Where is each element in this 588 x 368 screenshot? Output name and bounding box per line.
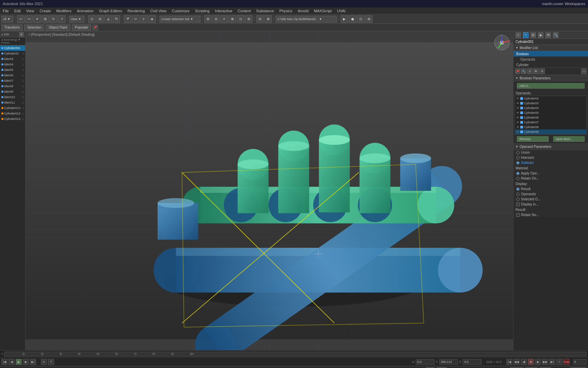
toolbar-place-highlight[interactable]: ◈ (148, 15, 156, 23)
menu-modifiers[interactable]: Modifiers (53, 7, 74, 14)
toolbar-redo[interactable]: ↪ (25, 15, 33, 23)
toolbar-angle-snap[interactable]: ∡ (104, 15, 112, 23)
btn-auto-key[interactable]: Auto (564, 359, 570, 365)
op-eye-4[interactable]: 👁 (517, 116, 519, 119)
scene-item-9[interactable]: iider010 □ (0, 94, 25, 100)
operand-3[interactable]: 👁 Cylinder05 (515, 110, 586, 115)
operand-1[interactable]: 👁 Cylinder03 (515, 101, 586, 106)
modifier-boolean[interactable]: Boolean (513, 51, 588, 57)
open-bool-btn[interactable]: Open Bool... (553, 136, 585, 142)
radio-retain-orig[interactable] (516, 177, 520, 180)
toolbar-btn6[interactable]: ⊞ (245, 15, 252, 23)
mod-icon-add[interactable]: + (581, 68, 587, 74)
toolbar-btn8[interactable]: ⊠ (264, 15, 272, 23)
menu-graph-editors[interactable]: Graph Editors (96, 7, 125, 14)
radio-operands-disp[interactable] (516, 193, 520, 196)
op-eye-7[interactable]: 👁 (517, 131, 519, 134)
btn-pb-stop[interactable]: ■ (528, 359, 534, 365)
toolbar-render3[interactable]: ⊡ (357, 15, 364, 23)
scene-item-11[interactable]: Cylinder012 □ (0, 105, 25, 111)
btn-pb1[interactable]: |◀ (506, 359, 512, 365)
toolbar-rotate[interactable]: ↻ (50, 15, 57, 23)
toolbar-btn5[interactable]: ⊡ (237, 15, 244, 23)
x-coord-input[interactable] (416, 359, 435, 365)
menu-content[interactable]: Content (235, 7, 254, 14)
toolbar-btn3[interactable]: ≡ (220, 15, 228, 23)
radio-union[interactable] (516, 151, 520, 154)
toolbar2-populate[interactable]: Populate (72, 25, 91, 31)
menu-edit[interactable]: Edit (12, 7, 23, 14)
operand-0[interactable]: 👁 Cylinder02 (515, 96, 586, 101)
btn-key-mode[interactable]: K (41, 359, 47, 365)
toolbar-dropdown-all[interactable]: All ▼ (1, 16, 13, 22)
btn-go-start[interactable]: |◀ (1, 359, 7, 365)
menu-physics[interactable]: Physics (277, 7, 295, 14)
menu-customize[interactable]: Customize (169, 7, 192, 14)
radio-subtract[interactable] (516, 161, 520, 165)
menu-uvai[interactable]: UVAI (334, 7, 348, 14)
menu-animation[interactable]: Animation (74, 7, 96, 14)
scene-item-12[interactable]: Cylinder013 □ (0, 111, 25, 116)
toolbar-render-preset[interactable]: C:\3ds Max Zip Build\Mensh... ▼ (276, 16, 337, 22)
mod-icon-show[interactable]: 👁 (533, 68, 539, 74)
scene-item-5[interactable]: iider06 □ (0, 73, 25, 78)
btn-pb4[interactable]: ▶▶ (542, 359, 548, 365)
scene-item-10[interactable]: iider011 □ (0, 100, 25, 105)
toolbar-select[interactable]: ✦ (33, 15, 41, 23)
toolbar2-pin[interactable]: 📌 (93, 25, 98, 30)
y-coord-input[interactable] (439, 359, 458, 365)
toolbar-btn4[interactable]: ⊠ (229, 15, 236, 23)
remove-btn[interactable]: Remove (517, 136, 549, 142)
btn-pb3[interactable]: ◀ (521, 359, 527, 365)
op-eye-5[interactable]: 👁 (517, 121, 519, 124)
toolbar-align[interactable]: ⊨ (132, 15, 140, 23)
radio-intersect[interactable] (516, 156, 520, 159)
op-eye-1[interactable]: 👁 (517, 102, 519, 105)
toolbar-move[interactable]: ⊞ (42, 15, 49, 23)
viewport[interactable]: + [Perspective] [Standard] [Default Shad… (26, 31, 513, 350)
btn-prev-frame[interactable]: ◀ (9, 359, 15, 365)
operand-4[interactable]: 👁 Cylinder06 (515, 115, 586, 120)
op-eye-0[interactable]: 👁 (517, 97, 519, 100)
radio-selected-op[interactable] (516, 198, 520, 201)
checkbox-retain-none[interactable] (516, 213, 520, 217)
radio-result[interactable] (516, 187, 520, 191)
scene-item-1[interactable]: Cylinder02 □ (0, 51, 25, 56)
menu-view[interactable]: View (23, 7, 37, 14)
toolbar-selection-set[interactable]: Create Selection Set ▼ (160, 16, 200, 22)
btn-pb-add[interactable]: + (556, 359, 562, 365)
btn-pb5[interactable]: ▶| (549, 359, 555, 365)
toolbar-scale[interactable]: ↗ (58, 15, 65, 23)
rp-icon-hierarchy[interactable]: ⊞ (530, 32, 536, 38)
z-coord-input[interactable] (463, 359, 481, 365)
toolbar-mirror[interactable]: ⧩ (124, 15, 131, 23)
mod-icon-list[interactable]: ≡ (527, 68, 533, 74)
timeline[interactable]: 0 10 20 30 40 50 60 70 80 90 100 (0, 350, 588, 357)
op-eye-6[interactable]: 👁 (517, 126, 519, 129)
toolbar-render2[interactable]: ◼ (349, 15, 356, 23)
toolbar-undo[interactable]: ↩ (17, 15, 24, 23)
rp-icon-display[interactable]: 👁 (545, 32, 551, 38)
operand-5[interactable]: 👁 Cylinder07 (515, 120, 586, 125)
menu-create[interactable]: Create (37, 7, 53, 14)
toolbar2-transform[interactable]: Transform (1, 25, 23, 31)
rp-icon-utilities[interactable]: 🔧 (553, 32, 558, 38)
scene-item-7[interactable]: iider08 □ (0, 83, 25, 89)
toolbar-btn2[interactable]: ⊟ (212, 15, 220, 23)
add-operand-btn[interactable]: Add O... (517, 83, 585, 89)
btn-next-frame[interactable]: ▶ (23, 359, 29, 365)
btn-play[interactable]: ▶ (16, 359, 22, 365)
scene-item-2[interactable]: iider03 □ (0, 56, 25, 62)
scene-item-8[interactable]: iider09 □ (0, 89, 25, 94)
radio-apply-ops[interactable] (516, 172, 520, 175)
modifier-list-header[interactable]: Modifier List (513, 45, 588, 51)
frame-input[interactable] (573, 359, 587, 365)
toolbar2-selection[interactable]: Selection (24, 25, 44, 31)
toolbar-percent-snap[interactable]: % (113, 15, 120, 23)
modifier-cylinder[interactable]: Cylinder (513, 62, 588, 67)
boolean-params-header[interactable]: Boolean Parameters (513, 75, 588, 81)
toolbar2-object-paint[interactable]: Object Paint (46, 25, 70, 31)
mod-icon-wrench[interactable]: 🔧 (521, 68, 526, 74)
menu-substance[interactable]: Substance (254, 7, 277, 14)
viewport-gizmo[interactable]: X Y Z (493, 34, 510, 51)
